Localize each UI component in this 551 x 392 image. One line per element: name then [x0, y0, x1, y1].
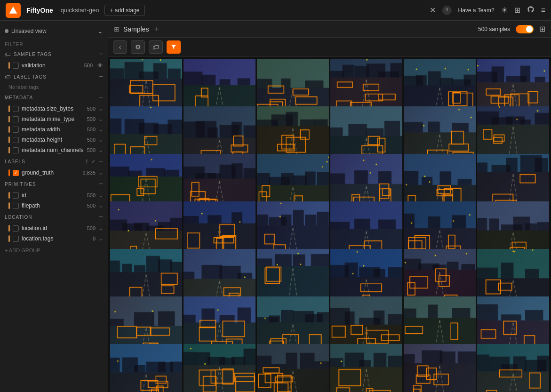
- sidebar-item-metadata-4[interactable]: metadata.num_channels 500 ⌄: [0, 145, 108, 155]
- labels-collapse[interactable]: −: [99, 158, 103, 165]
- prim-checkbox-0[interactable]: [13, 192, 19, 199]
- grid-cell[interactable]: [477, 201, 549, 256]
- sidebar-item-metadata-0[interactable]: metadata.size_bytes 500 ⌄: [0, 104, 108, 114]
- metadata-collapse[interactable]: −: [99, 94, 103, 101]
- meta-checkbox-0[interactable]: [13, 106, 19, 112]
- grid-cell[interactable]: [184, 59, 256, 113]
- grid-cell[interactable]: [477, 296, 549, 351]
- grid-cell[interactable]: [110, 59, 182, 113]
- sidebar-item-metadata-1[interactable]: metadata.mime_type 500 ⌄: [0, 114, 108, 124]
- close-icon[interactable]: ✕: [430, 6, 436, 15]
- sidebar-item-metadata-3[interactable]: metadata.height 500 ⌄: [0, 135, 108, 145]
- location-collapse[interactable]: −: [99, 213, 103, 221]
- validation-eye-icon[interactable]: 👁: [97, 62, 103, 69]
- sidebar-item-location-0[interactable]: location.id 500 ⌄: [0, 223, 108, 233]
- grid-cell[interactable]: [330, 59, 402, 113]
- help-icon[interactable]: ?: [442, 6, 452, 15]
- location-section[interactable]: LOCATION −: [0, 211, 108, 223]
- grid-cell[interactable]: [184, 344, 256, 392]
- meta-checkbox-2[interactable]: [13, 127, 19, 133]
- toggle-container[interactable]: [516, 25, 534, 33]
- loc-checkbox-1[interactable]: [13, 236, 19, 242]
- grid-cell[interactable]: [477, 154, 549, 208]
- grid-cell[interactable]: [477, 59, 549, 113]
- grid-cell[interactable]: [257, 296, 329, 351]
- grid-cell[interactable]: [110, 249, 182, 303]
- meta-chevron-4[interactable]: ⌄: [98, 147, 103, 153]
- grid-cell[interactable]: [404, 154, 476, 208]
- meta-chevron-2[interactable]: ⌄: [98, 126, 103, 133]
- github-icon[interactable]: [527, 6, 535, 15]
- meta-checkbox-3[interactable]: [13, 137, 19, 143]
- grid-cell[interactable]: [184, 201, 256, 256]
- grid-cell[interactable]: [404, 201, 476, 256]
- grid-cell[interactable]: [257, 249, 329, 303]
- primitives-section[interactable]: PRIMITIVES −: [0, 178, 108, 190]
- view-selector[interactable]: Unsaved view ⌄: [0, 24, 108, 38]
- grid-cell[interactable]: [257, 201, 329, 256]
- grid-cell[interactable]: [330, 201, 402, 256]
- grid-cell[interactable]: [477, 344, 549, 392]
- meta-checkbox-1[interactable]: [13, 116, 19, 122]
- label-tags-section[interactable]: 🏷 LABEL TAGS −: [0, 71, 108, 83]
- grid-cell[interactable]: [404, 344, 476, 392]
- meta-chevron-3[interactable]: ⌄: [98, 136, 103, 143]
- grid-cell[interactable]: [330, 344, 402, 392]
- metadata-section[interactable]: METADATA −: [0, 91, 108, 104]
- grid-cell[interactable]: [257, 344, 329, 392]
- sidebar-item-primitive-0[interactable]: id 500 ⌄: [0, 190, 108, 200]
- grid-cell[interactable]: [184, 296, 256, 351]
- back-button[interactable]: ‹: [113, 40, 127, 54]
- validation-checkbox[interactable]: [13, 63, 19, 69]
- tag-button[interactable]: 🏷: [149, 40, 163, 54]
- labels-section[interactable]: LABELS 1 ✓ −: [0, 155, 108, 168]
- add-group-button[interactable]: + ADD GROUP: [0, 244, 108, 257]
- meta-chevron-1[interactable]: ⌄: [98, 116, 103, 122]
- toggle-track[interactable]: [516, 25, 534, 33]
- sidebar-item-ground-truth[interactable]: ground_truth 9,835 ⌄: [0, 168, 108, 178]
- grid-cell[interactable]: [404, 296, 476, 351]
- grid-cell[interactable]: [110, 106, 182, 160]
- ground-truth-checkbox[interactable]: [13, 170, 19, 176]
- grid-cell[interactable]: [184, 106, 256, 160]
- sidebar-item-validation[interactable]: validation 500 👁: [0, 60, 108, 71]
- sidebar-item-location-1[interactable]: location.tags 0 ⌄: [0, 233, 108, 244]
- primitives-collapse[interactable]: −: [99, 180, 103, 188]
- grid-apps-icon[interactable]: ⊞: [514, 6, 520, 15]
- meta-checkbox-4[interactable]: [13, 147, 19, 153]
- grid-cell[interactable]: [477, 106, 549, 160]
- view-chevron[interactable]: ⌄: [97, 27, 103, 35]
- sidebar-item-metadata-2[interactable]: metadata.width 500 ⌄: [0, 124, 108, 135]
- grid-cell[interactable]: [257, 59, 329, 113]
- grid-cell[interactable]: [184, 249, 256, 303]
- add-stage-button[interactable]: + add stage: [104, 5, 144, 16]
- grid-view-button[interactable]: ⊞: [539, 24, 545, 33]
- grid-cell[interactable]: [330, 249, 402, 303]
- prim-chevron-0[interactable]: ⌄: [98, 192, 103, 199]
- grid-cell[interactable]: [404, 106, 476, 160]
- grid-cell[interactable]: [110, 201, 182, 256]
- loc-chevron-1[interactable]: ⌄: [98, 235, 103, 242]
- grid-cell[interactable]: [330, 296, 402, 351]
- menu-icon[interactable]: ≡: [541, 6, 545, 15]
- meta-chevron-0[interactable]: ⌄: [98, 105, 103, 112]
- grid-cell[interactable]: [110, 296, 182, 351]
- grid-cell[interactable]: [110, 154, 182, 208]
- loc-chevron-0[interactable]: ⌄: [98, 225, 103, 232]
- add-sample-button[interactable]: +: [154, 25, 159, 33]
- settings-button[interactable]: ⚙: [131, 40, 145, 54]
- grid-cell[interactable]: [257, 154, 329, 208]
- grid-cell[interactable]: [110, 344, 182, 392]
- label-tags-collapse[interactable]: −: [99, 73, 103, 80]
- ground-truth-chevron[interactable]: ⌄: [98, 169, 103, 176]
- sun-icon[interactable]: ☀: [501, 6, 508, 15]
- labels-filter-icon[interactable]: ✓: [91, 158, 96, 165]
- grid-cell[interactable]: [477, 249, 549, 303]
- prim-chevron-1[interactable]: ⌄: [98, 202, 103, 209]
- grid-cell[interactable]: [330, 154, 402, 208]
- filter-button[interactable]: [167, 40, 181, 54]
- grid-cell[interactable]: [404, 249, 476, 303]
- prim-checkbox-1[interactable]: [13, 203, 19, 209]
- grid-cell[interactable]: [184, 154, 256, 208]
- app-logo[interactable]: [6, 3, 21, 18]
